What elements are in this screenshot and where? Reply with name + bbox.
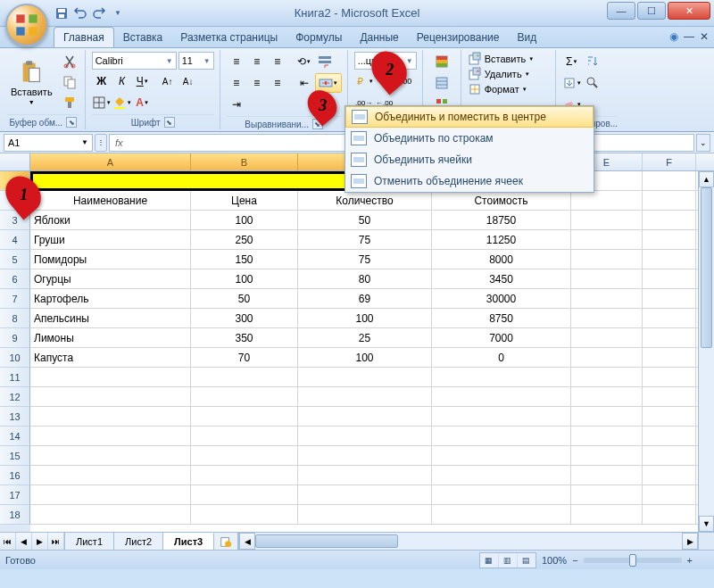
select-all-corner[interactable] — [0, 153, 30, 170]
cell[interactable]: 300 — [191, 309, 298, 327]
new-sheet-button[interactable] — [214, 533, 238, 550]
cell[interactable]: 75 — [298, 230, 432, 249]
cell[interactable] — [30, 407, 191, 426]
cell[interactable] — [30, 446, 191, 465]
cell[interactable] — [191, 466, 298, 484]
cell[interactable]: 100 — [191, 269, 298, 288]
cut-icon[interactable] — [60, 52, 79, 71]
zoom-slider[interactable] — [584, 558, 682, 563]
cell[interactable] — [191, 446, 298, 465]
cell[interactable] — [571, 485, 643, 504]
cell[interactable] — [571, 211, 643, 229]
merge-option[interactable]: Объединить и поместить в центре — [345, 106, 594, 128]
cell[interactable] — [571, 230, 643, 249]
cell[interactable]: 70 — [191, 348, 298, 367]
fill-icon[interactable]: ▼ — [562, 73, 582, 93]
cell[interactable]: 3450 — [432, 269, 571, 288]
cell[interactable] — [571, 289, 643, 308]
formula-expand-icon[interactable]: ⌄ — [696, 134, 710, 152]
workbook-close-icon[interactable]: ✕ — [700, 30, 709, 43]
cell[interactable] — [571, 309, 643, 327]
cell[interactable] — [432, 427, 571, 445]
cell[interactable] — [571, 407, 643, 426]
cell[interactable] — [191, 368, 298, 386]
row-header-12[interactable]: 12 — [0, 387, 30, 407]
align-top-icon[interactable]: ≡ — [227, 52, 246, 71]
merge-option[interactable]: Отменить объединение ячеек — [345, 170, 594, 192]
tab-вставка[interactable]: Вставка — [114, 28, 172, 47]
cell[interactable]: 30000 — [432, 289, 571, 308]
cell[interactable] — [571, 191, 643, 210]
hscroll-thumb[interactable] — [255, 534, 398, 548]
borders-icon[interactable]: ▼ — [92, 93, 112, 112]
cell[interactable] — [191, 505, 298, 524]
cell[interactable] — [432, 368, 571, 386]
cell[interactable]: 7000 — [432, 328, 571, 347]
zoom-in-icon[interactable]: + — [687, 555, 693, 566]
cell[interactable] — [571, 328, 643, 347]
cell[interactable] — [643, 250, 696, 269]
tab-формулы[interactable]: Формулы — [286, 28, 351, 47]
cell[interactable] — [191, 407, 298, 426]
row-header-8[interactable]: 8 — [0, 309, 30, 328]
sheet-tab-Лист3[interactable]: Лист3 — [163, 533, 214, 550]
cell[interactable] — [30, 368, 191, 386]
italic-icon[interactable]: К — [112, 71, 132, 91]
font-color-icon[interactable]: A▼ — [133, 93, 153, 112]
cell[interactable] — [298, 466, 432, 484]
cell[interactable] — [643, 446, 696, 465]
wrap-text-icon[interactable] — [315, 52, 335, 71]
align-bottom-icon[interactable]: ≡ — [268, 52, 287, 71]
cell[interactable] — [643, 309, 696, 327]
cell[interactable] — [643, 368, 696, 386]
cell[interactable]: 50 — [298, 211, 432, 229]
row-header-6[interactable]: 6 — [0, 269, 30, 289]
vertical-scrollbar[interactable]: ▲ ▼ — [698, 171, 714, 532]
format-cells-button[interactable]: Формат▼ — [468, 82, 527, 96]
page-break-view-icon[interactable]: ▤ — [518, 553, 536, 567]
font-family-combo[interactable]: Calibri▼ — [92, 52, 177, 70]
cell[interactable] — [643, 328, 696, 347]
cell[interactable] — [643, 211, 696, 229]
zoom-out-icon[interactable]: − — [572, 555, 577, 566]
maximize-button[interactable]: ☐ — [637, 2, 666, 20]
underline-icon[interactable]: Ч▼ — [133, 71, 153, 91]
bold-icon[interactable]: Ж — [92, 71, 112, 91]
clipboard-launcher[interactable]: ⬊ — [66, 117, 77, 128]
format-painter-icon[interactable] — [60, 93, 79, 112]
cell[interactable]: 18750 — [432, 211, 571, 229]
cell[interactable] — [643, 348, 696, 367]
cell[interactable] — [30, 505, 191, 524]
office-button[interactable] — [5, 4, 48, 46]
copy-icon[interactable] — [60, 72, 79, 92]
row-header-14[interactable]: 14 — [0, 427, 30, 446]
cell[interactable] — [432, 387, 571, 406]
format-table-icon[interactable] — [432, 73, 452, 93]
cell[interactable]: 100 — [191, 211, 298, 229]
name-box[interactable]: A1▼ — [4, 134, 93, 152]
sheet-tab-Лист1[interactable]: Лист1 — [65, 533, 114, 550]
cell[interactable] — [30, 466, 191, 484]
cell[interactable] — [298, 505, 432, 524]
scroll-left-icon[interactable]: ◀ — [239, 533, 255, 550]
cell[interactable]: 100 — [298, 309, 432, 327]
font-launcher[interactable]: ⬊ — [164, 117, 175, 128]
cell[interactable] — [298, 407, 432, 426]
cell[interactable] — [298, 368, 432, 386]
next-sheet-icon[interactable]: ▶ — [32, 533, 48, 550]
cell[interactable]: 75 — [298, 250, 432, 269]
sheet-tab-Лист2[interactable]: Лист2 — [114, 533, 163, 550]
merge-option[interactable]: Объединить по строкам — [345, 128, 594, 149]
align-right-icon[interactable]: ≡ — [268, 73, 287, 93]
insert-cells-button[interactable]: +Вставить▼ — [468, 52, 535, 66]
horizontal-scrollbar[interactable]: ◀ ▶ — [238, 533, 698, 550]
row-header-9[interactable]: 9 — [0, 328, 30, 348]
cell[interactable] — [643, 485, 696, 504]
save-icon[interactable] — [54, 5, 70, 21]
cell[interactable]: Помидоры — [30, 250, 191, 269]
row-header-4[interactable]: 4 — [0, 230, 30, 250]
vscroll-thumb[interactable] — [701, 187, 712, 348]
cells-area[interactable]: НаименованиеЦенаКоличествоСтоимостьЯблок… — [30, 171, 698, 532]
cell[interactable] — [298, 485, 432, 504]
paste-button[interactable]: Вставить ▼ — [7, 58, 56, 107]
